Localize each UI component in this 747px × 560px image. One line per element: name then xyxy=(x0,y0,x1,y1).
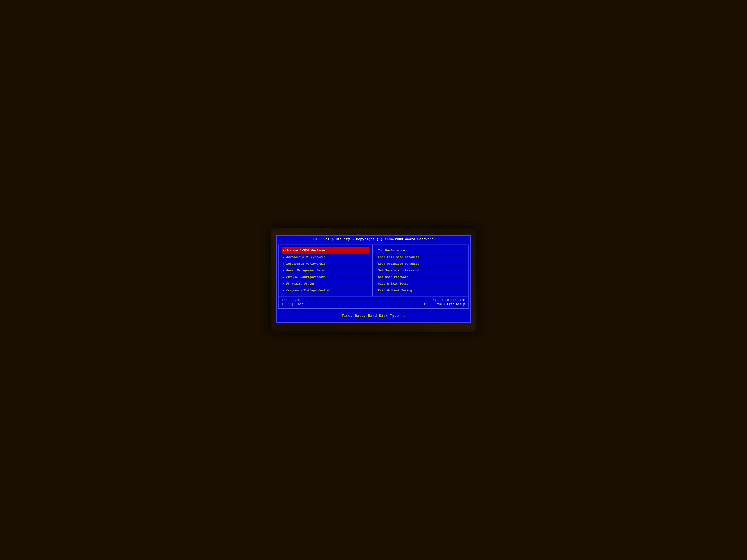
menu-item-label: Integrated Peripherals xyxy=(286,262,326,266)
right-menu-item-save-exit[interactable]: Save & Exit Setup xyxy=(377,281,464,287)
left-menu-item-frequency-voltage[interactable]: ▶Frequency/Voltage Control xyxy=(282,287,369,294)
right-menu-item-set-supervisor[interactable]: Set Supervisor Password xyxy=(377,267,464,274)
arrow-icon: ▶ xyxy=(283,262,284,265)
left-menu-item-power-management[interactable]: ▶Power Management Setup xyxy=(282,267,369,274)
right-menu-item-exit-nosave[interactable]: Exit Without Saving xyxy=(377,287,464,294)
menu-item-label: Advanced BIOS Features xyxy=(286,256,326,259)
title-bar: CMOS Setup Utility - Copyright (C) 1984-… xyxy=(277,236,470,243)
arrow-icon: ▶ xyxy=(283,249,284,252)
right-menu-item-set-user[interactable]: Set User Password xyxy=(377,274,464,281)
arrow-icon: ▶ xyxy=(283,282,284,285)
bios-screen: CMOS Setup Utility - Copyright (C) 1984-… xyxy=(276,235,471,323)
menu-item-label: Frequency/Voltage Control xyxy=(286,289,331,292)
arrow-icon: ▶ xyxy=(283,289,284,292)
right-menu-item-top-performance[interactable]: Top Performance xyxy=(377,247,464,254)
hotkey-line: Esc : Quit xyxy=(282,298,304,302)
menu-area: ▶Standard CMOS Features▶Advanced BIOS Fe… xyxy=(279,245,468,296)
left-menu-item-pc-health[interactable]: ▶PC Health Status xyxy=(282,281,369,287)
hotkey-line: F10 : Save & Exit Setup xyxy=(424,302,465,306)
left-menu-item-integrated-peripherals[interactable]: ▶Integrated Peripherals xyxy=(282,261,369,267)
menu-item-label: Power Management Setup xyxy=(286,269,326,272)
title-text: CMOS Setup Utility - Copyright (C) 1984-… xyxy=(313,237,434,241)
menu-item-label: PnP/PCI Configurations xyxy=(286,275,326,279)
right-menu-item-load-failsafe[interactable]: Load Fail-Safe Defaults xyxy=(377,254,464,261)
hotkey-line: F8 : Q-Flash xyxy=(282,302,304,306)
menu-item-label: PC Health Status xyxy=(286,282,315,286)
hotkey-line: ↑↓→← : Select Item xyxy=(424,298,465,302)
arrow-icon: ▶ xyxy=(283,269,284,272)
left-menu-item-advanced-bios[interactable]: ▶Advanced BIOS Features xyxy=(282,254,369,261)
left-menu-item-standard-cmos[interactable]: ▶Standard CMOS Features xyxy=(282,247,369,254)
arrow-icon: ▶ xyxy=(283,276,284,278)
status-bar: Time, Date, Hard Disk Type... xyxy=(277,310,470,322)
left-menu-item-pnp-pci[interactable]: ▶PnP/PCI Configurations xyxy=(282,274,369,281)
monitor-bezel: CMOS Setup Utility - Copyright (C) 1984-… xyxy=(271,228,476,332)
right-menu-item-load-optimized[interactable]: Load Optimized Defaults xyxy=(377,261,464,267)
arrow-icon: ▶ xyxy=(283,256,284,259)
hotkeys-right: ↑↓→← : Select ItemF10 : Save & Exit Setu… xyxy=(424,298,465,306)
main-content: ▶Standard CMOS Features▶Advanced BIOS Fe… xyxy=(278,244,469,309)
right-panel: Top PerformanceLoad Fail-Safe DefaultsLo… xyxy=(372,245,468,296)
status-text: Time, Date, Hard Disk Type... xyxy=(342,314,405,318)
left-panel: ▶Standard CMOS Features▶Advanced BIOS Fe… xyxy=(279,245,372,296)
hotkeys-bar: Esc : QuitF8 : Q-Flash ↑↓→← : Select Ite… xyxy=(279,296,468,308)
menu-item-label: Standard CMOS Features xyxy=(286,249,326,252)
hotkeys-left: Esc : QuitF8 : Q-Flash xyxy=(282,298,304,306)
